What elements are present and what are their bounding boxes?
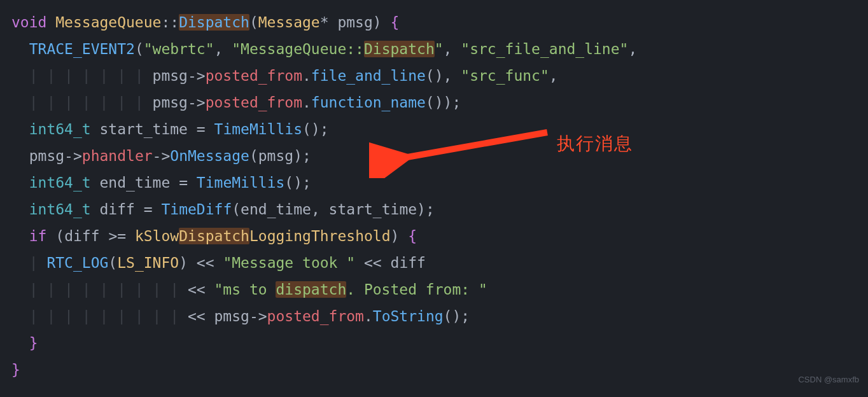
code-line: } bbox=[11, 361, 20, 378]
code-line: int64_t end_time = TimeMillis(); bbox=[11, 174, 311, 191]
code-line: TRACE_EVENT2("webrtc", "MessageQueue::Di… bbox=[11, 41, 637, 57]
code-line: | | | | | | | pmsg->posted_from.function… bbox=[11, 94, 461, 111]
code-line: void MessageQueue::Dispatch(Message* pms… bbox=[11, 14, 399, 31]
watermark: CSDN @samxfb bbox=[798, 366, 859, 393]
annotation-label: 执行消息 bbox=[557, 130, 633, 157]
code-line: int64_t start_time = TimeMillis(); bbox=[11, 121, 329, 137]
code-line: | | | | | | | | | << "ms to dispatch. Po… bbox=[11, 281, 487, 298]
code-line: | RTC_LOG(LS_INFO) << "Message took " <<… bbox=[11, 254, 426, 271]
code-line: pmsg->phandler->OnMessage(pmsg); bbox=[11, 148, 311, 164]
code-line: } bbox=[11, 335, 38, 351]
code-line: | | | | | | | | | << pmsg->posted_from.T… bbox=[11, 308, 470, 324]
code-line: if (diff >= kSlowDispatchLoggingThreshol… bbox=[11, 228, 417, 244]
code-line: int64_t diff = TimeDiff(end_time, start_… bbox=[11, 201, 435, 218]
code-line: | | | | | | | pmsg->posted_from.file_and… bbox=[11, 67, 558, 84]
code-block: void MessageQueue::Dispatch(Message* pms… bbox=[0, 0, 868, 383]
